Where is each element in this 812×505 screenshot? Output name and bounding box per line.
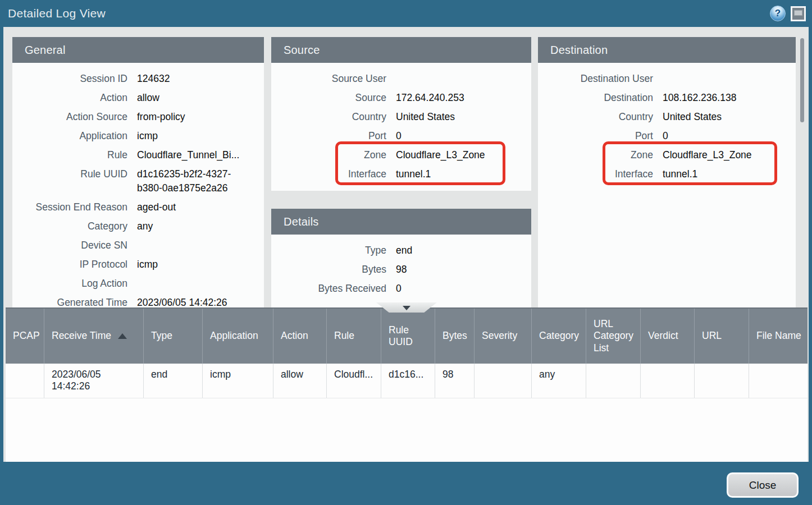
field-label: Application (12, 129, 127, 143)
field-row: Destination User (538, 72, 796, 86)
field-value: United States (663, 110, 722, 124)
field-label: Country (271, 110, 386, 124)
field-label: Category (12, 219, 127, 233)
window-title: Detailed Log View (8, 7, 106, 20)
field-row: Actionallow (12, 91, 264, 105)
field-value: end (396, 244, 412, 258)
panel-details-header: Details (271, 209, 531, 235)
field-label: Action (12, 91, 127, 105)
detailed-log-dialog: General Session ID124632 Actionallow Act… (3, 27, 809, 462)
field-label: Bytes (271, 263, 386, 277)
cell-bytes: 98 (435, 364, 475, 398)
field-label: Rule UUID (12, 167, 127, 195)
panel-source-header: Source (271, 37, 531, 63)
panel-destination-header: Destination (538, 37, 796, 63)
column-header-url-category-list[interactable]: URL Category List (586, 309, 641, 364)
field-value: 98 (396, 263, 407, 277)
window-restore-icon[interactable] (791, 6, 806, 21)
field-value: icmp (137, 129, 158, 143)
column-header-rule[interactable]: Rule (327, 309, 381, 364)
log-table: PCAP Receive Time Type Application Actio… (6, 307, 808, 462)
field-row: Categoryany (12, 219, 264, 233)
vertical-scrollbar-thumb[interactable] (800, 38, 804, 122)
column-header-type[interactable]: Type (144, 309, 203, 364)
panel-general-header: General (12, 37, 264, 63)
annotation-highlight-box (603, 141, 777, 185)
field-label: Session End Reason (12, 200, 127, 214)
cell-action: allow (273, 364, 327, 398)
cell-type: end (144, 364, 203, 398)
cell-file-name (749, 364, 808, 398)
field-value: allow (137, 91, 159, 105)
column-header-category[interactable]: Category (532, 309, 586, 364)
column-header-bytes[interactable]: Bytes (435, 309, 475, 364)
column-header-url[interactable]: URL (695, 309, 749, 364)
window-restore-glyph (794, 10, 802, 16)
help-icon[interactable]: ? (770, 6, 786, 21)
field-value: 172.64.240.253 (396, 91, 464, 105)
field-row: Bytes Received0 (271, 282, 531, 296)
field-value: aged-out (137, 200, 176, 214)
column-header-file-name[interactable]: File Name (749, 309, 808, 364)
column-header-action[interactable]: Action (273, 309, 327, 364)
field-value: United States (396, 110, 455, 124)
field-label: Bytes Received (271, 282, 386, 296)
cell-pcap (6, 364, 44, 398)
cell-application: icmp (203, 364, 273, 398)
field-label: Generated Time (12, 296, 127, 307)
field-label: Destination (538, 91, 653, 105)
field-label: Source User (271, 72, 386, 86)
field-row: Source User (271, 72, 531, 86)
field-row: Generated Time2023/06/05 14:42:26 (12, 296, 264, 307)
annotation-highlight-box (335, 141, 505, 185)
field-label: Device SN (12, 238, 127, 252)
field-row: Device SN (12, 238, 264, 252)
field-label: IP Protocol (12, 258, 127, 272)
field-value: d1c16235-b2f2-4327-b380-0ae1875e2a26 (137, 167, 252, 195)
field-value: 0 (396, 282, 402, 296)
cell-rule: Cloudfl... (327, 364, 381, 398)
field-row: Typeend (271, 244, 531, 258)
field-row: Session ID124632 (12, 72, 264, 86)
log-detail-panels: General Session ID124632 Actionallow Act… (3, 27, 809, 307)
column-header-rule-uuid[interactable]: Rule UUID (381, 309, 435, 364)
cell-category: any (532, 364, 586, 398)
cell-url-category-list (586, 364, 641, 398)
panel-details: Details Typeend Bytes98 Bytes Received0 (271, 209, 531, 307)
field-label: Destination User (538, 72, 653, 86)
table-row[interactable]: 2023/06/05 14:42:26 end icmp allow Cloud… (6, 364, 808, 398)
cell-rule-uuid: d1c16... (381, 364, 435, 398)
column-header-verdict[interactable]: Verdict (641, 309, 695, 364)
panel-general: General Session ID124632 Actionallow Act… (12, 37, 264, 307)
field-row: Bytes98 (271, 263, 531, 277)
column-header-pcap[interactable]: PCAP (6, 309, 44, 364)
field-label: Country (538, 110, 653, 124)
field-row: CountryUnited States (271, 110, 531, 124)
chevron-down-icon (403, 306, 410, 310)
column-header-application[interactable]: Application (203, 309, 273, 364)
cell-severity (475, 364, 532, 398)
field-value: 2023/06/05 14:42:26 (137, 296, 227, 307)
field-row: Applicationicmp (12, 129, 264, 143)
field-value: 108.162.236.138 (663, 91, 736, 105)
field-row: Source172.64.240.253 (271, 91, 531, 105)
field-row: Session End Reasonaged-out (12, 200, 264, 214)
cell-receive-time: 2023/06/05 14:42:26 (44, 364, 144, 398)
field-value: from-policy (137, 110, 185, 124)
field-row: Log Action (12, 277, 264, 291)
field-row: Action Sourcefrom-policy (12, 110, 264, 124)
sort-ascending-icon (118, 333, 127, 339)
cell-verdict (641, 364, 695, 398)
field-label: Source (271, 91, 386, 105)
column-header-severity[interactable]: Severity (475, 309, 532, 364)
field-value: 124632 (137, 72, 170, 86)
column-header-receive-time[interactable]: Receive Time (44, 309, 144, 364)
field-row: RuleCloudflare_Tunnel_Bi... (12, 148, 264, 162)
field-row: IP Protocolicmp (12, 258, 264, 272)
close-button[interactable]: Close (727, 472, 799, 498)
field-label: Type (271, 244, 386, 258)
field-row: CountryUnited States (538, 110, 796, 124)
field-row: Rule UUIDd1c16235-b2f2-4327-b380-0ae1875… (12, 167, 264, 195)
field-value: icmp (137, 258, 158, 272)
field-label: Action Source (12, 110, 127, 124)
